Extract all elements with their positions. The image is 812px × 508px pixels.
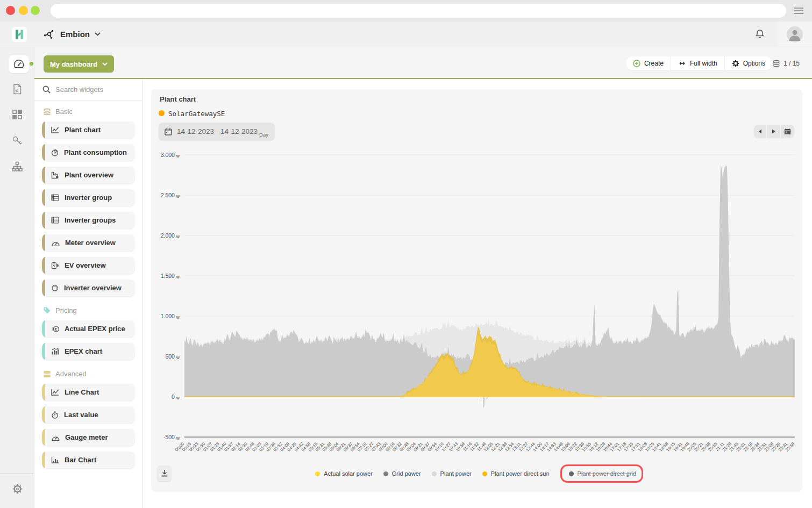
dashboard-icon xyxy=(13,59,25,69)
date-range-label: 14-12-2023 - 14-12-2023 xyxy=(177,127,258,135)
svg-text:€: € xyxy=(16,88,18,93)
legend-item-4[interactable]: Plant power direct grid xyxy=(560,464,643,483)
widget-item-label: Actual EPEX price xyxy=(65,325,125,333)
prev-period-button[interactable] xyxy=(754,125,766,138)
widget-item-plant-chart[interactable]: Plant chart xyxy=(42,121,134,138)
widget-item-accent xyxy=(42,406,45,423)
sitemap-icon xyxy=(11,161,23,173)
meter-icon xyxy=(51,239,60,247)
widget-item-accent xyxy=(42,429,45,446)
legend-item-2[interactable]: Plant power xyxy=(432,470,472,477)
widgets-grid-icon xyxy=(12,109,23,120)
sidebar-item-dashboard[interactable] xyxy=(9,55,29,73)
gear-icon xyxy=(732,60,739,67)
sidebar-item-hierarchy[interactable] xyxy=(0,158,34,176)
widget-item-accent xyxy=(42,212,45,228)
widget-item-epex-chart[interactable]: EPEX chart xyxy=(42,343,134,360)
legend-item-1[interactable]: Grid power xyxy=(383,470,421,477)
download-chart-button[interactable] xyxy=(157,466,172,481)
sidebar-item-access[interactable] xyxy=(0,131,34,149)
widget-search xyxy=(34,79,142,101)
table-icon xyxy=(51,194,59,201)
widget-item-accent xyxy=(42,257,45,274)
download-icon xyxy=(161,469,168,477)
section-header-advanced: Advanced xyxy=(43,370,87,378)
widget-item-label: Gauge meter xyxy=(65,433,108,441)
ev-icon xyxy=(51,262,59,269)
org-switcher[interactable]: Embion xyxy=(43,22,101,47)
granularity-label: Day xyxy=(259,132,268,138)
browser-menu-icon[interactable] xyxy=(794,8,803,14)
stopwatch-icon xyxy=(51,411,59,419)
sidebar-item-invoices[interactable]: € xyxy=(0,80,34,98)
traffic-light-minimize[interactable] xyxy=(19,6,28,15)
arrow-right-icon xyxy=(772,129,775,134)
widget-item-label: Meter overview xyxy=(65,239,116,247)
sidebar-item-settings[interactable] xyxy=(0,480,34,498)
widget-item-actual-epex-price[interactable]: €Actual EPEX price xyxy=(42,320,134,337)
svg-text:1.500 w: 1.500 w xyxy=(161,273,180,280)
widget-item-line-chart[interactable]: Line Chart xyxy=(42,384,134,400)
date-range-picker[interactable]: 14-12-2023 - 14-12-2023 Day xyxy=(159,123,275,140)
legend-label: Grid power xyxy=(392,470,421,477)
app-header: Embion xyxy=(0,22,812,47)
full-width-button[interactable]: Full width xyxy=(671,56,725,70)
widget-item-bar-chart[interactable]: Bar Chart xyxy=(42,452,134,468)
icon-sidebar: € xyxy=(0,47,34,508)
arrow-left-icon xyxy=(758,129,762,134)
sidebar-item-widgets[interactable] xyxy=(0,105,34,124)
arrows-horizontal-icon xyxy=(678,61,686,66)
widget-item-accent xyxy=(42,384,45,400)
widget-item-plant-consumption[interactable]: Plant consumption xyxy=(42,144,134,161)
stack-icon xyxy=(43,370,51,378)
widget-item-accent xyxy=(42,320,45,337)
traffic-light-zoom[interactable] xyxy=(31,6,40,15)
widget-item-accent xyxy=(42,452,45,468)
chevron-down-icon xyxy=(95,32,101,36)
widget-item-inverter-groups[interactable]: Inverter groups xyxy=(42,212,134,228)
widget-item-meter-overview[interactable]: Meter overview xyxy=(42,234,134,251)
widget-item-label: Inverter groups xyxy=(65,216,116,224)
epex-icon xyxy=(51,348,59,355)
tag-icon xyxy=(43,306,51,314)
legend-label: Plant power xyxy=(440,470,472,477)
create-button[interactable]: Create xyxy=(626,56,671,70)
dashboard-toolbar: My dashboard Create Full width Options 1… xyxy=(34,47,812,79)
svg-text:-500 w: -500 w xyxy=(163,434,180,441)
widget-item-last-value[interactable]: Last value xyxy=(42,406,134,423)
pie-icon xyxy=(51,149,59,156)
widget-item-label: Line Chart xyxy=(65,388,99,396)
widget-item-accent xyxy=(42,167,45,183)
widget-item-accent xyxy=(42,144,45,161)
widget-panel: BasicPlant chartPlant consumptionPlant o… xyxy=(34,79,143,508)
widget-item-plant-overview[interactable]: Plant overview xyxy=(42,167,134,183)
traffic-light-close[interactable] xyxy=(6,6,15,15)
svg-text:500 w: 500 w xyxy=(165,353,180,361)
widget-item-label: Inverter group xyxy=(65,194,112,202)
search-widgets-input[interactable] xyxy=(55,85,136,94)
widget-item-inverter-overview[interactable]: Inverter overview xyxy=(42,280,134,296)
next-period-button[interactable] xyxy=(767,125,780,138)
legend-item-3[interactable]: Plant power direct sun xyxy=(482,470,550,477)
section-header-pricing: Pricing xyxy=(43,306,77,314)
meter-icon xyxy=(51,434,60,441)
calendar-button[interactable] xyxy=(781,125,794,138)
avatar[interactable] xyxy=(777,22,812,47)
dashboard-selector-button[interactable]: My dashboard xyxy=(44,55,114,73)
widget-item-ev-overview[interactable]: EV overview xyxy=(42,257,134,274)
widget-item-label: EV overview xyxy=(65,261,106,269)
options-button[interactable]: Options xyxy=(725,56,772,70)
app-logo[interactable] xyxy=(12,27,27,42)
bars-icon xyxy=(51,456,59,463)
notifications-bell-icon[interactable] xyxy=(754,28,766,40)
legend-item-0[interactable]: Actual solar power xyxy=(315,470,373,477)
widget-item-inverter-group[interactable]: Inverter group xyxy=(42,189,134,206)
chevron-down-icon xyxy=(102,62,108,66)
widget-item-label: Last value xyxy=(64,411,98,419)
svg-text:2.500 w: 2.500 w xyxy=(161,192,180,199)
url-bar[interactable] xyxy=(51,4,786,18)
widget-item-gauge-meter[interactable]: Gauge meter xyxy=(42,429,134,446)
network-icon xyxy=(43,28,55,40)
calendar-icon xyxy=(784,128,791,135)
legend-dot xyxy=(569,471,574,476)
